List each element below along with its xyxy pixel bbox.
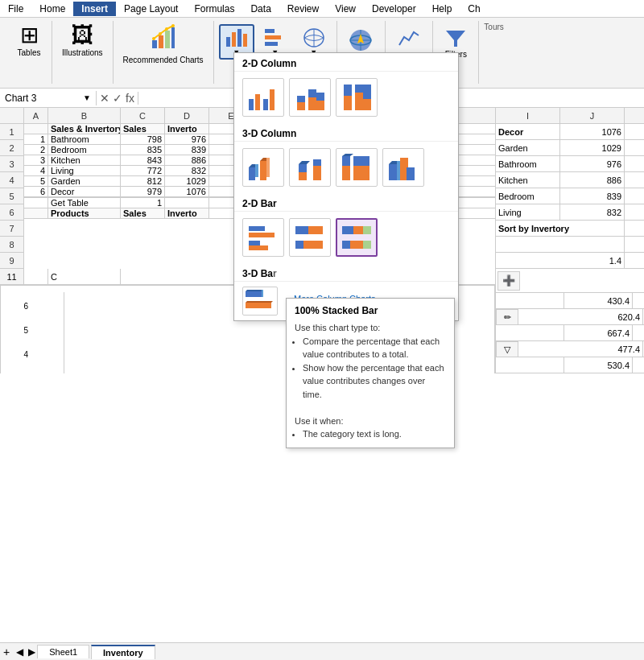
cell-b1[interactable]: Sales & Invertory [48, 124, 121, 134]
sheet-tab-inventory[interactable]: Inventory [91, 645, 155, 659]
menu-insert[interactable]: Insert [73, 2, 116, 16]
right-cell-kitchen-val[interactable]: 886 [560, 172, 625, 188]
right-cell-living-val[interactable]: 832 [560, 204, 625, 220]
row-5[interactable]: 5 [0, 188, 23, 204]
cell-a5[interactable]: 4 [24, 166, 48, 175]
100pct-stacked-column-option[interactable] [336, 78, 378, 117]
col-header-B[interactable]: B [48, 108, 121, 123]
right-cell-decor-label[interactable]: Decor [496, 124, 560, 139]
cell-c4[interactable]: 843 [121, 155, 165, 165]
illustrations-button[interactable]: 🖼 Illustrations [57, 21, 108, 61]
cell-d6[interactable]: 1029 [165, 176, 209, 186]
row-3[interactable]: 3 [0, 156, 23, 172]
cell-b10[interactable]: Products [48, 208, 121, 218]
row-1[interactable]: 1 [0, 124, 23, 140]
cell-c1[interactable]: Sales [121, 124, 165, 134]
cell-b3[interactable]: Bedroom [48, 145, 121, 155]
cell-a9[interactable] [24, 198, 48, 208]
add-icon-button[interactable]: ➕ [497, 271, 520, 291]
menu-home[interactable]: Home [31, 2, 73, 16]
right-cell-garden-label[interactable]: Garden [496, 140, 560, 155]
menu-developer[interactable]: Developer [364, 2, 424, 16]
menu-pagelayout[interactable]: Page Layout [116, 2, 186, 16]
col-header-C[interactable]: C [121, 108, 165, 123]
cancel-formula-icon[interactable]: ✕ [100, 92, 109, 105]
col-header-A[interactable]: A [24, 108, 48, 123]
100pct-stacked-bar-option[interactable] [336, 218, 378, 257]
right-cell-bedroom-val[interactable]: 839 [560, 188, 625, 204]
cell-c7[interactable]: 979 [121, 187, 165, 196]
3d-clustered-bar-option[interactable] [242, 287, 278, 316]
right-cell-empty[interactable] [496, 237, 625, 252]
inv-val-1[interactable]: 430.4 [564, 293, 633, 308]
clustered-bar-option[interactable] [242, 218, 284, 257]
inv-val-3[interactable]: 667.4 [564, 325, 633, 340]
pen-icon-button[interactable]: ✏ [496, 309, 518, 325]
right-cell-bedroom-label[interactable]: Bedroom [496, 188, 560, 204]
inv-label-1[interactable] [496, 293, 564, 308]
cell-d10[interactable]: Inverto [165, 208, 209, 218]
nav-sheet-right[interactable]: ▶ [27, 646, 37, 658]
cell-d1[interactable]: Inverto [165, 124, 209, 134]
3d-100pct-column-option[interactable] [336, 148, 378, 187]
inv-val-5[interactable]: 530.4 [564, 357, 633, 373]
row-9[interactable]: 9 [0, 253, 23, 269]
cell-a3[interactable]: 2 [24, 145, 48, 155]
right-cell-bathroom-label[interactable]: Bathroom [496, 156, 560, 171]
sparklines-button[interactable] [391, 24, 427, 52]
sheet-tab-sheet1[interactable]: Sheet1 [37, 645, 89, 658]
right-cell-living-label[interactable]: Living [496, 204, 560, 220]
3d-column-option[interactable] [382, 148, 424, 187]
cell-c3[interactable]: 835 [121, 145, 165, 155]
filter-icon-button[interactable]: ▽ [496, 341, 518, 357]
menu-file[interactable]: File [0, 2, 31, 16]
row-2[interactable]: 2 [0, 140, 23, 156]
cell-a10[interactable] [24, 208, 48, 218]
tables-button[interactable]: ⊞ Tables [11, 21, 47, 61]
recommended-charts-button[interactable]: Recommended Charts [118, 21, 208, 68]
inv-label-3[interactable] [496, 325, 564, 340]
menu-data[interactable]: Data [242, 2, 279, 16]
nav-sheet-left[interactable]: ◀ [13, 646, 27, 658]
cell-c5[interactable]: 772 [121, 166, 165, 175]
cell-b4[interactable]: Kitchen [48, 155, 121, 165]
3d-stacked-column-option[interactable] [289, 148, 331, 187]
confirm-formula-icon[interactable]: ✓ [113, 92, 122, 105]
cell-b2[interactable]: Bathroom [48, 134, 121, 144]
menu-help[interactable]: Help [424, 2, 460, 16]
right-cell-garden-val[interactable]: 1029 [560, 140, 625, 155]
row-6[interactable]: 6 [0, 204, 23, 221]
row-8[interactable]: 8 [0, 237, 23, 253]
col-header-D[interactable]: D [165, 108, 209, 123]
cell-c6[interactable]: 812 [121, 176, 165, 186]
cell-a1[interactable] [24, 124, 48, 134]
cell-b6[interactable]: Garden [48, 176, 121, 186]
cell-b9[interactable]: Get Table [48, 198, 121, 208]
inv-val-4[interactable]: 477.4 [518, 341, 643, 357]
add-sheet-button[interactable]: + [0, 646, 13, 658]
cell-d9[interactable] [165, 198, 209, 208]
menu-review[interactable]: Review [279, 2, 327, 16]
menu-view[interactable]: View [327, 2, 364, 16]
cell-b11[interactable]: C [48, 269, 121, 284]
cell-d5[interactable]: 832 [165, 166, 209, 175]
cell-d3[interactable]: 839 [165, 145, 209, 155]
stacked-column-option[interactable] [289, 78, 331, 117]
clustered-column-option[interactable] [242, 78, 284, 117]
cell-a6[interactable]: 5 [24, 176, 48, 186]
rownum-11[interactable]: 11 [0, 269, 24, 284]
menu-ch[interactable]: Ch [460, 2, 488, 16]
cell-c9[interactable]: 1 [121, 198, 165, 208]
cell-b7[interactable]: Decor [48, 187, 121, 196]
cell-d7[interactable]: 1076 [165, 187, 209, 196]
right-cell-bathroom-val[interactable]: 976 [560, 156, 625, 171]
cell-c10[interactable]: Sales [121, 208, 165, 218]
right-cell-decor-val[interactable]: 1076 [560, 124, 625, 139]
right-cell-kitchen-label[interactable]: Kitchen [496, 172, 560, 188]
stacked-bar-option[interactable] [289, 218, 331, 257]
inv-val-2[interactable]: 620.4 [518, 309, 643, 324]
inv-label-5[interactable] [496, 357, 564, 373]
menu-formulas[interactable]: Formulas [186, 2, 242, 16]
fx-icon[interactable]: fx [126, 92, 134, 105]
col-header-J[interactable]: J [560, 108, 625, 123]
